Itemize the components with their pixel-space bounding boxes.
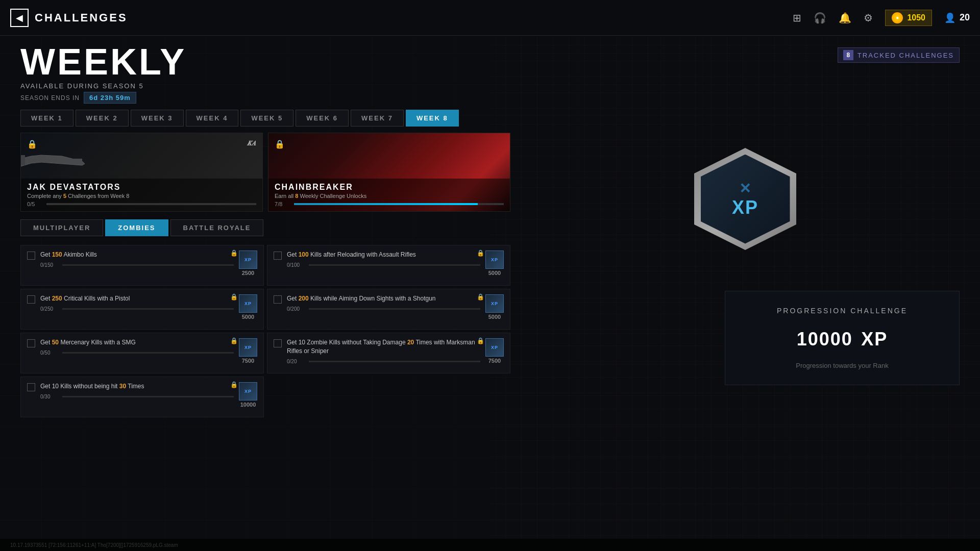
tracked-label: TRACKED CHALLENGES (857, 52, 954, 59)
nohit-progress-text: 0/30 (40, 394, 58, 399)
akimbo-progress-bar (62, 264, 234, 266)
tab-week-5[interactable]: WEEK 5 (240, 110, 293, 127)
challenge-reload-progress: 0/100 (287, 262, 480, 268)
akimbo-lock-icon: 🔒 (230, 249, 238, 257)
reward-cards: 🔒 𝑲𝑨 JAK DEVASTATORS Complete any 5 Chal… (20, 133, 510, 212)
ads-progress-bar (309, 308, 480, 310)
season-time-value: 6d 23h 59m (84, 92, 136, 104)
critical-progress-text: 0/250 (40, 306, 58, 312)
challenge-critical-reward: XP 5000 (239, 294, 257, 320)
challenge-zombie-checkbox[interactable] (274, 339, 282, 347)
footer-bar: 10.17.19373551 [72:156:11261+11:A] Tho[7… (0, 539, 980, 551)
top-right-controls: ⊞ 🎧 🔔 ⚙ ● 1050 👤 20 (793, 10, 970, 26)
chain-progress-fill (294, 203, 478, 205)
tab-battle-royale[interactable]: BATTLE ROYALE (170, 219, 264, 236)
tracked-challenges-section[interactable]: 8 TRACKED CHALLENGES (838, 47, 960, 63)
headset-icon[interactable]: 🎧 (814, 12, 826, 24)
tab-week-6[interactable]: WEEK 6 (296, 110, 349, 127)
bell-icon[interactable]: 🔔 (839, 12, 851, 24)
progression-xp-amount: 10000 XP (741, 321, 944, 352)
merc-progress-bar (62, 352, 234, 354)
challenge-akimbo-progress: 0/150 (40, 262, 234, 268)
challenge-ads-desc: Get 200 Kills while Aiming Down Sights w… (287, 294, 480, 303)
challenge-zombie-progress: 0/20 (287, 359, 480, 364)
reward-chain-progress: 7/8 (275, 201, 504, 207)
season-available: AVAILABLE DURING SEASON 5 (20, 82, 186, 90)
ads-lock-icon: 🔒 (477, 293, 484, 300)
tracked-count: 8 (843, 50, 853, 60)
reload-xp-icon: XP (485, 251, 504, 269)
tab-multiplayer[interactable]: MULTIPLAYER (20, 219, 103, 236)
zombie-lock-icon: 🔒 (477, 337, 484, 344)
tab-week-2[interactable]: WEEK 2 (76, 110, 129, 127)
reward-card-chain-title: CHAINBREAKER (275, 183, 504, 192)
reward-jak-progress: 0/5 (27, 201, 256, 207)
tracked-badge: 8 TRACKED CHALLENGES (838, 47, 960, 63)
brand-logo-jak: 𝑲𝑨 (247, 139, 256, 147)
challenges-grid: Get 150 Akimbo Kills 0/150 🔒 XP 2500 Get… (20, 245, 510, 417)
page-title-section: WEEKLY AVAILABLE DURING SEASON 5 SEASON … (20, 43, 186, 104)
reload-lock-icon: 🔒 (477, 249, 484, 257)
tab-week-4[interactable]: WEEK 4 (186, 110, 239, 127)
tab-week-1[interactable]: WEEK 1 (20, 110, 74, 127)
right-panel: ✕ XP (531, 133, 960, 265)
reward-card-jak-title: JAK DEVASTATORS (27, 183, 256, 192)
challenge-reload-checkbox[interactable] (274, 252, 282, 260)
nohit-lock-icon: 🔒 (230, 381, 238, 388)
critical-progress-bar (62, 308, 234, 310)
challenge-zombie-nodmg: Get 10 Zombie Kills without Taking Damag… (267, 333, 510, 373)
week-tabs: WEEK 1 WEEK 2 WEEK 3 WEEK 4 WEEK 5 WEEK … (20, 110, 459, 127)
reward-card-jak-info: JAK DEVASTATORS Complete any 5 Challenge… (21, 179, 262, 211)
reward-card-chain-desc: Earn all 8 Weekly Challenge Unlocks (275, 193, 504, 199)
lock-icon-chain: 🔒 (275, 139, 285, 149)
jak-progress-bar (46, 203, 256, 205)
currency-display[interactable]: ● 1050 (885, 10, 932, 26)
challenge-merc-checkbox[interactable] (27, 339, 35, 347)
reward-card-jak-desc: Complete any 5 Challenges from Week 8 (27, 193, 256, 199)
challenge-akimbo-checkbox[interactable] (27, 252, 35, 260)
player-icon: 👤 (944, 12, 955, 23)
nohit-xp-icon: XP (239, 382, 257, 400)
season-ends-label: SEASON ENDS IN (20, 94, 80, 102)
tab-zombies[interactable]: ZOMBIES (105, 219, 168, 236)
lock-icon-jak: 🔒 (27, 139, 37, 149)
xp-hex-badge: ✕ XP (689, 143, 801, 255)
reload-progress-bar (309, 264, 480, 266)
challenge-akimbo-reward: XP 2500 (239, 251, 257, 276)
challenge-reload-reward: XP 5000 (485, 251, 504, 276)
challenge-nohit-checkbox[interactable] (27, 383, 35, 391)
challenge-ads-checkbox[interactable] (274, 295, 282, 304)
challenge-ads-shotgun: Get 200 Kills while Aiming Down Sights w… (267, 289, 510, 330)
challenge-merc-desc: Get 50 Mercenary Kills with a SMG (40, 338, 234, 347)
xp-badge-container: ✕ XP (531, 143, 960, 255)
challenge-ads-info: Get 200 Kills while Aiming Down Sights w… (287, 294, 480, 312)
critical-xp-icon: XP (239, 294, 257, 313)
hex-outer: ✕ XP (694, 148, 796, 250)
grid-icon[interactable]: ⊞ (793, 12, 801, 24)
merc-progress-text: 0/50 (40, 350, 58, 356)
challenge-critical-progress: 0/250 (40, 306, 234, 312)
challenge-merc-progress: 0/50 (40, 350, 234, 356)
tab-week-3[interactable]: WEEK 3 (131, 110, 184, 127)
challenge-akimbo-info: Get 150 Akimbo Kills 0/150 (40, 251, 234, 268)
ads-progress-text: 0/200 (287, 306, 305, 312)
back-button[interactable]: ◀ CHALLENGES (10, 9, 128, 27)
reload-xp-amount: 5000 (488, 270, 501, 276)
akimbo-xp-amount: 2500 (242, 270, 254, 276)
xp-x-label: ✕ (739, 180, 751, 197)
progression-title: PROGRESSION CHALLENGE (741, 307, 944, 315)
tab-week-7[interactable]: WEEK 7 (351, 110, 404, 127)
challenge-critical-checkbox[interactable] (27, 295, 35, 304)
player-level-number: 20 (960, 12, 970, 23)
xp-main-text: XP (732, 197, 758, 218)
challenge-critical-desc: Get 250 Critical Kills with a Pistol (40, 294, 234, 303)
reward-card-chain-info: CHAINBREAKER Earn all 8 Weekly Challenge… (268, 179, 510, 211)
settings-icon[interactable]: ⚙ (864, 12, 873, 24)
ads-xp-amount: 5000 (488, 314, 501, 320)
progression-box: PROGRESSION CHALLENGE 10000 XP Progressi… (725, 291, 960, 385)
tab-week-8[interactable]: WEEK 8 (406, 110, 459, 127)
challenge-merc-reward: XP 7500 (239, 338, 257, 364)
jak-progress-text: 0/5 (27, 201, 42, 207)
merc-lock-icon: 🔒 (230, 337, 238, 344)
challenge-reload-desc: Get 100 Kills after Reloading with Assau… (287, 251, 480, 259)
